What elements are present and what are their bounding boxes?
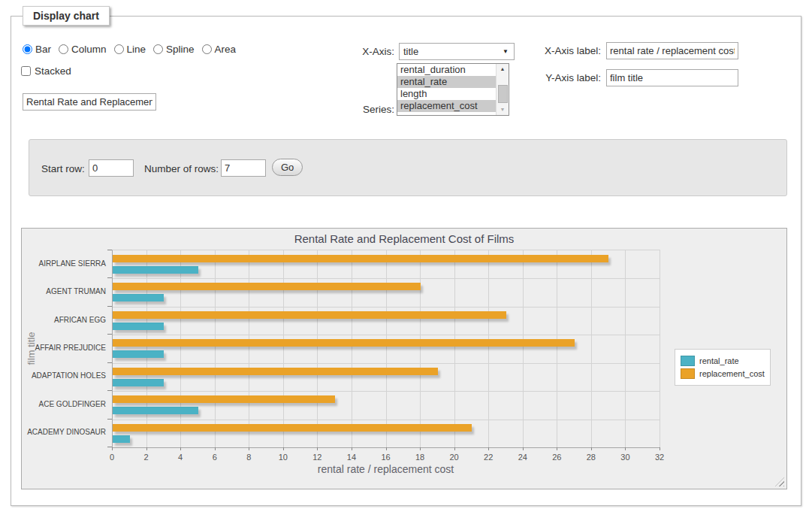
chart-type-radio-line[interactable] — [114, 44, 124, 54]
chart-type-option-column[interactable]: Column — [59, 44, 107, 55]
bar-replacement_cost — [113, 339, 575, 347]
resize-handle-icon[interactable] — [775, 477, 784, 486]
category-label: AIRPLANE SIERRA — [22, 259, 106, 268]
y-tick-mark — [107, 306, 112, 307]
chart-type-option-area[interactable]: Area — [202, 44, 237, 55]
number-of-rows-input[interactable] — [221, 159, 266, 177]
chart-type-option-line[interactable]: Line — [114, 44, 146, 55]
scroll-down-icon[interactable]: ▼ — [497, 105, 509, 115]
x-tick-label: 2 — [131, 453, 161, 462]
x-tick-mark — [317, 447, 318, 450]
x-axis-title: rental rate / replacement cost — [112, 463, 660, 475]
chart-title-input[interactable] — [23, 93, 156, 111]
legend-label: rental_rate — [699, 356, 739, 365]
stacked-checkbox-row[interactable]: Stacked — [21, 65, 71, 77]
gridline-h — [113, 363, 660, 364]
series-options: rental_durationrental_ratelengthreplacem… — [397, 64, 509, 112]
bar-rental_rate — [113, 350, 164, 358]
chart-type-label: Area — [215, 44, 237, 55]
x-tick-label: 16 — [371, 453, 401, 462]
x-tick-label: 30 — [610, 453, 640, 462]
page: Display chart BarColumnLineSplineArea St… — [0, 0, 812, 512]
chart-type-option-bar[interactable]: Bar — [23, 44, 51, 55]
chart-type-option-spline[interactable]: Spline — [153, 44, 195, 55]
x-tick-mark — [386, 447, 387, 450]
chart-type-radio-column[interactable] — [59, 44, 68, 54]
chart-type-radio-area[interactable] — [202, 44, 212, 54]
category-label: AGENT TRUMAN — [22, 287, 106, 295]
chart-type-label: Line — [127, 44, 146, 55]
x-tick-mark — [249, 447, 249, 450]
x-tick-label: 32 — [644, 453, 675, 462]
x-axis-label-input[interactable] — [606, 42, 738, 59]
y-axis-title: film title — [26, 300, 37, 398]
x-tick-mark — [146, 447, 147, 450]
legend-swatch-rental_rate — [681, 356, 695, 366]
chevron-down-icon: ▼ — [503, 48, 509, 55]
series-option-rental_rate[interactable]: rental_rate — [397, 76, 509, 88]
stacked-checkbox[interactable] — [21, 66, 31, 76]
series-scrollbar[interactable]: ▲ ▼ — [496, 64, 509, 115]
number-of-rows-label: Number of rows: — [144, 163, 219, 174]
chart-type-radio-bar[interactable] — [23, 44, 32, 54]
plot-area — [112, 250, 660, 448]
gridline-v — [352, 250, 352, 447]
x-tick-mark — [660, 447, 660, 450]
bar-replacement_cost — [113, 311, 506, 319]
x-tick-mark — [420, 447, 421, 450]
category-label: ACADEMY DINOSAUR — [22, 428, 106, 436]
legend-entry-replacement_cost: replacement_cost — [681, 368, 765, 379]
x-tick-label: 12 — [302, 453, 332, 462]
y-tick-mark — [107, 250, 112, 250]
x-tick-mark — [112, 447, 113, 450]
bar-replacement_cost — [113, 424, 472, 432]
series-listbox[interactable]: rental_durationrental_ratelengthreplacem… — [397, 63, 509, 116]
x-tick-label: 0 — [97, 453, 127, 462]
series-option-replacement_cost[interactable]: replacement_cost — [397, 100, 509, 112]
y-axis-label-input[interactable] — [606, 69, 738, 86]
scrollbar-thumb[interactable] — [498, 85, 508, 103]
x-tick-label: 18 — [405, 453, 435, 462]
gridline-v — [215, 250, 216, 447]
x-axis-select[interactable]: title ▼ — [399, 43, 515, 60]
gridline-v — [557, 250, 557, 447]
gridline-v — [146, 250, 147, 447]
y-tick-mark — [107, 334, 112, 335]
start-row-input[interactable] — [89, 159, 134, 177]
gridline-v — [591, 250, 592, 447]
bar-rental_rate — [113, 294, 164, 301]
x-tick-label: 10 — [268, 453, 298, 462]
fieldset-legend: Display chart — [23, 6, 110, 26]
series-option-rental_duration[interactable]: rental_duration — [397, 64, 509, 76]
chart-legend: rental_ratereplacement_cost — [675, 349, 771, 386]
gridline-v — [454, 250, 455, 447]
go-button[interactable]: Go — [272, 159, 303, 176]
x-tick-mark — [625, 447, 626, 450]
series-option-length[interactable]: length — [397, 88, 509, 100]
bar-rental_rate — [113, 266, 198, 274]
scroll-up-icon[interactable]: ▲ — [497, 64, 509, 74]
x-tick-mark — [557, 447, 557, 450]
x-tick-label: 22 — [473, 453, 503, 462]
chart-type-radio-spline[interactable] — [153, 44, 163, 54]
x-tick-label: 14 — [337, 453, 367, 462]
x-tick-mark — [488, 447, 489, 450]
gridline-h — [113, 278, 660, 279]
x-tick-mark — [523, 447, 524, 450]
x-tick-mark — [454, 447, 455, 450]
chart-type-label: Column — [71, 44, 107, 55]
x-tick-label: 28 — [576, 453, 606, 462]
bar-replacement_cost — [113, 368, 438, 375]
gridline-v — [386, 250, 387, 447]
gridline-v — [283, 250, 284, 447]
legend-swatch-replacement_cost — [681, 368, 695, 379]
bar-rental_rate — [113, 435, 130, 443]
gridline-v — [488, 250, 489, 447]
x-tick-mark — [591, 447, 592, 450]
x-tick-label: 4 — [165, 453, 195, 462]
x-tick-mark — [352, 447, 352, 450]
category-label: ACE GOLDFINGER — [22, 400, 106, 408]
y-tick-mark — [107, 362, 112, 363]
bar-replacement_cost — [113, 283, 421, 290]
gridline-h — [113, 420, 660, 420]
